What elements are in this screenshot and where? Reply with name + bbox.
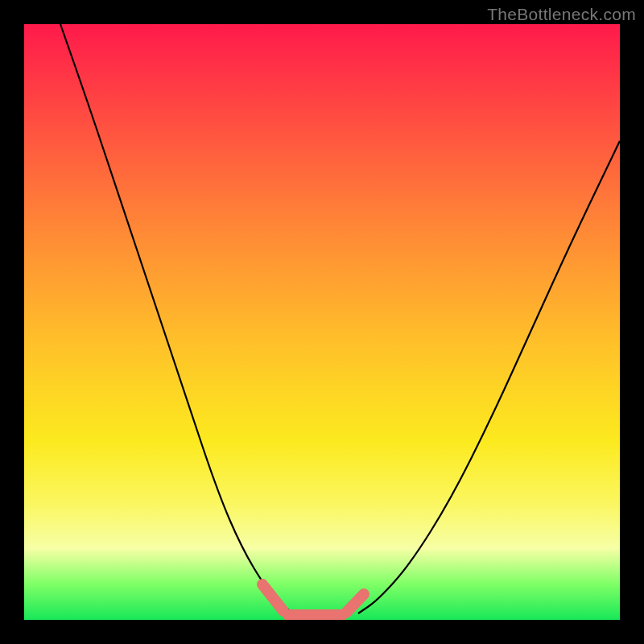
watermark-label: TheBottleneck.com bbox=[487, 5, 636, 24]
curve-right-curve bbox=[358, 141, 620, 613]
plot-area bbox=[24, 24, 620, 620]
curve-left-curve bbox=[60, 24, 294, 613]
bottom-segment bbox=[346, 594, 364, 613]
bottom-segment bbox=[262, 584, 283, 611]
chart-frame: TheBottleneck.com bbox=[0, 0, 644, 644]
chart-svg bbox=[24, 24, 620, 620]
